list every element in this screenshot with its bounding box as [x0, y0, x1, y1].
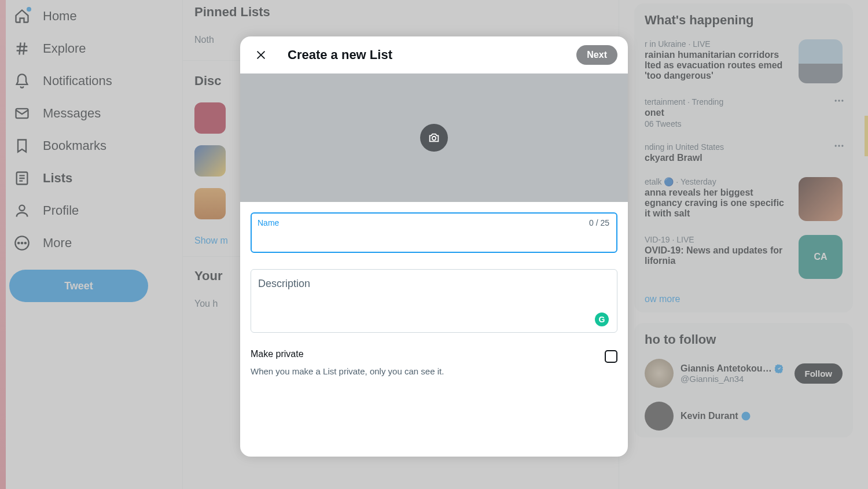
add-banner-photo-button[interactable] — [420, 124, 448, 152]
description-label: Description — [258, 278, 310, 290]
grammarly-badge-icon[interactable]: G — [595, 312, 609, 326]
modal-title: Create a new List — [288, 47, 392, 62]
make-private-label: Make private — [251, 349, 444, 359]
camera-icon — [428, 131, 440, 144]
close-button[interactable] — [251, 45, 271, 65]
name-counter: 0 / 25 — [589, 218, 609, 227]
list-banner-placeholder — [240, 73, 628, 202]
modal-header: Create a new List Next — [240, 36, 628, 73]
description-field[interactable]: Description G — [251, 269, 617, 333]
make-private-row: Make private When you make a List privat… — [251, 349, 617, 376]
close-icon — [255, 49, 267, 61]
create-list-modal: Create a new List Next Name 0 / 25 Descr… — [240, 36, 628, 457]
name-label: Name — [258, 218, 279, 227]
make-private-description: When you make a List private, only you c… — [251, 366, 444, 376]
make-private-checkbox[interactable] — [605, 350, 617, 363]
next-button[interactable]: Next — [576, 45, 617, 65]
svg-point-14 — [432, 137, 436, 140]
description-input[interactable] — [251, 270, 617, 317]
name-field[interactable]: Name 0 / 25 — [251, 212, 617, 253]
name-input[interactable] — [252, 214, 616, 249]
modal-form: Name 0 / 25 Description G Make private W… — [240, 202, 628, 387]
